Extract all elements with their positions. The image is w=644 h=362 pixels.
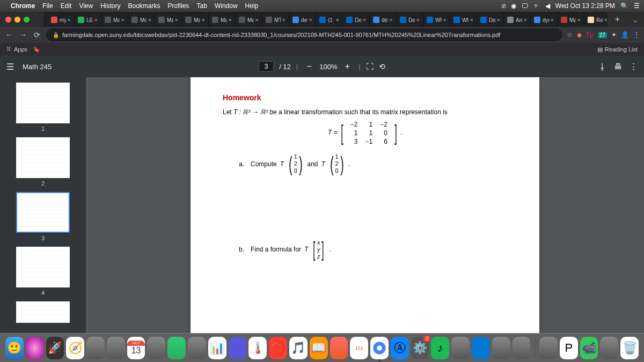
zoom-in-button[interactable]: +: [341, 61, 353, 72]
tab-close-icon[interactable]: ×: [309, 17, 312, 23]
tab-close-icon[interactable]: ×: [94, 17, 98, 23]
menu-history[interactable]: History: [100, 2, 120, 10]
menu-window[interactable]: Window: [215, 2, 238, 10]
tab-close-icon[interactable]: ×: [148, 17, 151, 23]
browser-tab[interactable]: Mat×: [182, 13, 209, 27]
browser-tab[interactable]: Mat×: [101, 13, 128, 27]
tab-close-icon[interactable]: ×: [255, 17, 259, 23]
extension-icon[interactable]: ◆: [577, 31, 582, 39]
tab-close-icon[interactable]: ×: [497, 17, 500, 23]
dock-finder[interactable]: 🙂: [5, 337, 24, 359]
dock-app[interactable]: [86, 337, 105, 359]
spotlight-icon[interactable]: 🔍: [620, 2, 628, 10]
thumbnail-page[interactable]: [16, 83, 70, 123]
browser-tab[interactable]: Ans×: [504, 13, 531, 27]
browser-tab[interactable]: Whi×: [450, 13, 477, 27]
dock-app[interactable]: [492, 337, 510, 359]
dock-app[interactable]: [330, 337, 348, 359]
thumbnail-page[interactable]: [16, 137, 70, 178]
browser-tab[interactable]: dete×: [370, 13, 397, 27]
window-minimize[interactable]: [14, 17, 20, 23]
forward-button[interactable]: →: [18, 31, 28, 39]
thumbnail-page[interactable]: [16, 247, 70, 287]
pdf-more-icon[interactable]: ⋮: [630, 62, 638, 71]
tab-close-icon[interactable]: ×: [577, 17, 581, 23]
browser-tab[interactable]: LEA×: [75, 13, 101, 27]
back-button[interactable]: ←: [4, 31, 14, 39]
dock-settings[interactable]: ⚙️2: [411, 337, 429, 359]
tab-close-icon[interactable]: ×: [121, 17, 125, 23]
browser-tab[interactable]: myF×: [48, 13, 75, 27]
browser-tab[interactable]: Det×: [477, 13, 504, 27]
tab-close-icon[interactable]: ×: [282, 17, 286, 23]
browser-tab[interactable]: Mat×: [558, 13, 584, 27]
window-close[interactable]: [5, 17, 11, 23]
dock-appstore[interactable]: Ⓐ: [391, 337, 409, 359]
thumbnail-page-active[interactable]: [16, 192, 70, 233]
tab-close-icon[interactable]: ×: [524, 17, 527, 23]
chrome-menu-icon[interactable]: ⋮: [633, 31, 640, 39]
dock-app[interactable]: [600, 337, 618, 359]
print-icon[interactable]: 🖶: [614, 62, 622, 71]
menu-view[interactable]: View: [79, 2, 93, 10]
dock-chrome[interactable]: [370, 337, 389, 359]
wifi-icon[interactable]: ᯤ: [533, 2, 540, 10]
dock-app[interactable]: [513, 337, 531, 359]
dock-itunes[interactable]: 🎵: [289, 337, 308, 359]
browser-tab[interactable]: Mat×: [128, 13, 155, 27]
tab-close-icon[interactable]: ×: [363, 17, 366, 23]
star-icon[interactable]: ☆: [567, 31, 573, 39]
zoom-out-button[interactable]: −: [303, 61, 315, 72]
browser-tab[interactable]: Mat×: [209, 13, 236, 27]
tab-close-icon[interactable]: ×: [68, 17, 71, 23]
browser-tab[interactable]: (1 P×: [316, 13, 343, 27]
browser-tab[interactable]: Red×: [584, 13, 608, 27]
tab-close-icon[interactable]: ×: [443, 17, 447, 23]
dock-facetime[interactable]: 📹: [580, 337, 598, 359]
dock-app[interactable]: [167, 337, 186, 359]
browser-tab[interactable]: Det×: [397, 13, 423, 27]
tab-close-icon[interactable]: ×: [470, 17, 473, 23]
dock-trash[interactable]: 🗑️: [620, 337, 639, 359]
dock-ibooks[interactable]: 📖: [310, 337, 328, 359]
window-maximize[interactable]: [24, 17, 30, 23]
browser-tab[interactable]: Mat×: [155, 13, 182, 27]
extension-badge[interactable]: 27: [598, 32, 607, 38]
reading-list-icon[interactable]: ▤: [597, 46, 603, 53]
tab-close-icon[interactable]: ×: [551, 17, 554, 23]
browser-tab[interactable]: MTI×: [262, 13, 289, 27]
tab-overflow-icon[interactable]: ⌄: [632, 14, 639, 25]
tab-close-icon[interactable]: ×: [202, 17, 205, 23]
clock[interactable]: Wed Oct 13 2:28 PM: [555, 2, 615, 10]
apps-grid-icon[interactable]: ⠿: [6, 46, 11, 53]
rotate-icon[interactable]: ⟲: [379, 62, 385, 71]
menu-file[interactable]: File: [42, 2, 53, 10]
tab-close-icon[interactable]: ×: [229, 17, 232, 23]
dock-app[interactable]: P: [560, 337, 578, 359]
display-icon[interactable]: 🖵: [522, 2, 528, 10]
screen-icon[interactable]: ◉: [511, 2, 516, 10]
dock-app[interactable]: [229, 337, 247, 359]
menu-profiles[interactable]: Profiles: [168, 2, 189, 10]
browser-tab[interactable]: Mat×: [236, 13, 262, 27]
dock-app[interactable]: 📊: [208, 337, 226, 359]
new-tab-button[interactable]: +: [611, 14, 624, 24]
dock-safari[interactable]: 🧭: [66, 337, 84, 359]
fit-page-icon[interactable]: ⛶: [366, 62, 374, 71]
extensions-puzzle-icon[interactable]: ✦: [611, 31, 617, 39]
volume-icon[interactable]: ◀: [545, 2, 550, 10]
browser-tab[interactable]: Whi×: [423, 13, 450, 27]
bookmark-folder-icon[interactable]: 🔖: [33, 46, 40, 53]
download-icon[interactable]: ⭳: [598, 62, 606, 71]
tab-close-icon[interactable]: ×: [175, 17, 178, 23]
dock-calendar[interactable]: OCT 13: [127, 337, 145, 359]
app-menu[interactable]: Chrome: [11, 2, 35, 10]
extension-tp-icon[interactable]: Tp: [586, 31, 594, 39]
apps-label[interactable]: Apps: [14, 46, 27, 53]
menu-edit[interactable]: Edit: [61, 2, 72, 10]
menu-bookmarks[interactable]: Bookmarks: [128, 2, 160, 10]
reload-button[interactable]: ⟳: [32, 31, 42, 39]
browser-tab[interactable]: dete×: [289, 13, 316, 27]
cast-icon[interactable]: ⎚: [502, 2, 506, 10]
url-field[interactable]: 🔒 farmingdale.open.suny.edu/bbcswebdav/p…: [46, 28, 562, 41]
